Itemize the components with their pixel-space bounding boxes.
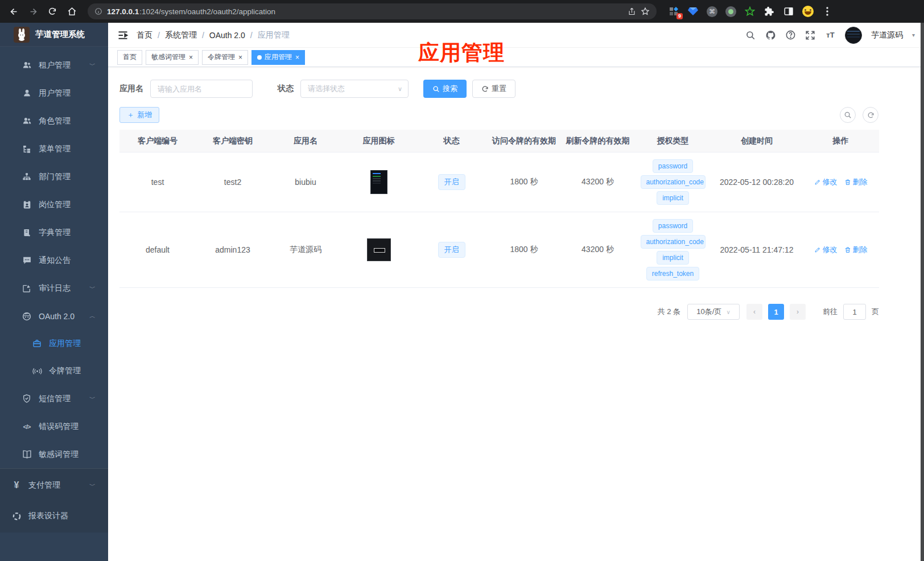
user-menu-caret-icon[interactable]: ▾ <box>912 32 915 38</box>
puzzle-extensions-icon[interactable] <box>764 6 775 17</box>
collapse-sidebar-icon[interactable] <box>117 30 129 41</box>
pagination: 共 2 条 10条/页 ∨ ‹ 1 › 前往 页 <box>119 304 879 320</box>
status-badge: 开启 <box>438 242 465 258</box>
sidebar-item-dept[interactable]: 部门管理 <box>0 163 108 191</box>
tab-home[interactable]: 首页 <box>117 50 142 65</box>
goto-page-input[interactable] <box>843 304 866 320</box>
username[interactable]: 芋道源码 <box>871 30 903 40</box>
sidebar-item-errorcode[interactable]: 错误码管理 <box>0 412 108 440</box>
page-size-select[interactable]: 10条/页 ∨ <box>687 304 740 320</box>
sidebar-item-notice[interactable]: 通知公告 <box>0 246 108 274</box>
refresh-table-button[interactable] <box>863 107 878 123</box>
grant-type-tag: password <box>653 219 693 233</box>
recorder-extension-icon[interactable] <box>725 6 736 17</box>
sidebar-item-tenant[interactable]: 租户管理 ﹀ <box>0 51 108 79</box>
column-header: 授权类型 <box>634 136 711 146</box>
plus-icon: ＋ <box>127 110 134 120</box>
user-avatar[interactable] <box>845 27 862 44</box>
app-title: 芋道管理系统 <box>35 29 85 40</box>
grant-type-tag: implicit <box>657 191 689 205</box>
sidebar-item-label: 应用管理 <box>49 339 81 349</box>
breadcrumb-home[interactable]: 首页 <box>137 30 152 40</box>
delete-link[interactable]: 删除 <box>844 177 868 187</box>
tab-sensitive-word[interactable]: 敏感词管理 × <box>146 50 199 65</box>
delete-link-label: 删除 <box>853 177 868 187</box>
sidebar: 芋道管理系统 租户管理 ﹀ 用户管理 角色管理 菜单管理 <box>0 23 108 561</box>
window-scrollbar[interactable] <box>921 23 924 561</box>
reset-button[interactable]: 重置 <box>472 80 515 98</box>
edit-link[interactable]: 修改 <box>814 245 838 255</box>
breadcrumb-system[interactable]: 系统管理 <box>165 30 197 40</box>
bookmark-star-icon[interactable] <box>641 7 650 16</box>
next-page-button[interactable]: › <box>790 304 806 320</box>
cell-status: 开启 <box>416 242 487 258</box>
fullscreen-icon[interactable] <box>805 30 816 40</box>
current-page-button[interactable]: 1 <box>768 304 784 320</box>
chevron-up-icon: ︿ <box>89 312 96 320</box>
tab-application[interactable]: 应用管理 × <box>251 50 305 65</box>
browser-reload-button[interactable] <box>44 3 60 19</box>
star-extension-icon[interactable] <box>744 6 756 17</box>
search-icon[interactable] <box>745 30 756 40</box>
close-icon[interactable]: × <box>238 54 242 61</box>
close-icon[interactable]: × <box>295 54 299 61</box>
sidebar-item-oauth[interactable]: OAuth 2.0 ︿ <box>0 302 108 330</box>
browser-forward-button[interactable] <box>25 3 41 19</box>
cell-app-icon <box>341 170 416 194</box>
site-info-icon[interactable] <box>94 7 102 15</box>
browser-menu-icon[interactable] <box>822 6 833 17</box>
cell-app-name: 芋道源码 <box>270 245 341 255</box>
prev-page-button[interactable]: ‹ <box>746 304 762 320</box>
chevron-down-icon: ﹀ <box>89 61 96 69</box>
delete-link-label: 删除 <box>853 245 868 255</box>
side-panel-icon[interactable] <box>783 6 794 17</box>
tab-token[interactable]: 令牌管理 × <box>202 50 248 65</box>
cell-actions: 修改 删除 <box>802 177 879 187</box>
sidebar-item-sms[interactable]: 短信管理 ﹀ <box>0 385 108 412</box>
browser-home-button[interactable] <box>64 3 80 19</box>
sidebar-item-label: 令牌管理 <box>49 366 81 376</box>
sidebar-item-dict[interactable]: 字典管理 <box>0 218 108 246</box>
sidebar-item-audit[interactable]: 审计日志 ﹀ <box>0 274 108 302</box>
help-icon[interactable] <box>785 30 796 40</box>
sidebar-item-oauth-token[interactable]: 令牌管理 <box>0 357 108 385</box>
search-button[interactable]: 搜索 <box>423 80 467 98</box>
browser-back-button[interactable] <box>6 3 22 19</box>
share-icon[interactable] <box>628 7 636 16</box>
sidebar-item-menu[interactable]: 菜单管理 <box>0 135 108 163</box>
command-extension-icon[interactable]: ⌘ <box>707 6 717 17</box>
delete-link[interactable]: 删除 <box>844 245 868 255</box>
cell-created-time: 2022-05-11 21:47:12 <box>711 245 802 254</box>
status-select[interactable]: 请选择状态 ∨ <box>300 80 409 98</box>
breadcrumb-current: 应用管理 <box>258 30 290 40</box>
close-icon[interactable]: × <box>189 54 193 61</box>
github-icon[interactable] <box>765 30 776 40</box>
add-button[interactable]: ＋ 新增 <box>119 107 159 123</box>
sidebar-item-oauth-application[interactable]: 应用管理 <box>0 330 108 357</box>
cell-client-id: test <box>119 178 196 187</box>
edit-link[interactable]: 修改 <box>814 177 838 187</box>
breadcrumb-oauth[interactable]: OAuth 2.0 <box>209 31 245 40</box>
sidebar-item-pay[interactable]: 支付管理 ﹀ <box>0 470 108 501</box>
sidebar-item-role[interactable]: 角色管理 <box>0 107 108 135</box>
show-search-toggle-button[interactable] <box>840 107 856 123</box>
app-name-input[interactable] <box>158 85 245 93</box>
sidebar-item-sensitiveword[interactable]: 敏感词管理 <box>0 440 108 468</box>
column-header: 创建时间 <box>711 136 802 146</box>
font-size-icon[interactable] <box>825 30 836 40</box>
address-bar[interactable]: 127.0.0.1:1024/system/oauth2/oauth2/appl… <box>88 3 657 19</box>
applications-table: 客户端编号 客户端密钥 应用名 应用图标 状态 访问令牌的有效期 刷新令牌的有效… <box>119 130 879 288</box>
page-unit-label: 页 <box>872 307 879 317</box>
gem-extension-icon[interactable] <box>687 6 699 17</box>
grid-extension-icon[interactable]: 9 <box>668 6 679 17</box>
profile-avatar-icon[interactable] <box>802 6 814 17</box>
sidebar-item-report-designer[interactable]: 报表设计器 <box>0 501 108 531</box>
cell-created-time: 2022-05-12 00:28:20 <box>711 178 802 187</box>
app-logo-bar[interactable]: 芋道管理系统 <box>0 23 108 47</box>
audit-log-icon <box>22 283 32 294</box>
sidebar-item-post[interactable]: 岗位管理 <box>0 191 108 218</box>
url-path: :1024/system/oauth2/oauth2/application <box>139 7 275 16</box>
grant-type-tag: password <box>653 159 693 173</box>
sidebar-item-label: 角色管理 <box>39 116 71 126</box>
sidebar-item-user[interactable]: 用户管理 <box>0 79 108 107</box>
